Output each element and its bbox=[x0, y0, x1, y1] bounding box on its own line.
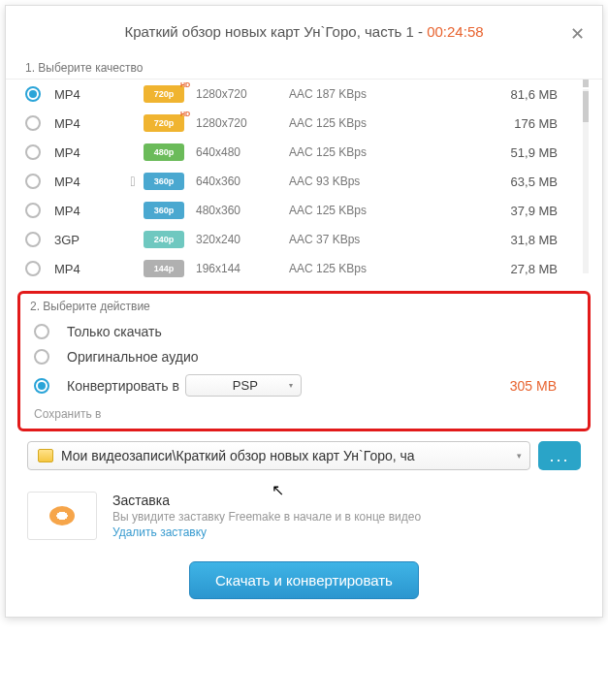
duration-text: 00:24:58 bbox=[427, 23, 483, 40]
label-download-only: Только скачать bbox=[67, 324, 162, 339]
radio-quality[interactable] bbox=[25, 232, 41, 247]
size-label: 81,6 MB bbox=[396, 87, 577, 102]
resolution-badge: 360p bbox=[144, 202, 184, 219]
resolution-label: 480x360 bbox=[196, 204, 289, 217]
quality-row[interactable]: MP4720p1280x720AAC 187 KBps81,6 MB bbox=[6, 80, 602, 109]
action-convert[interactable]: Конвертировать в PSP ▾ 305 MB bbox=[30, 369, 578, 401]
audio-label: AAC 125 KBps bbox=[289, 262, 396, 275]
radio-quality[interactable] bbox=[25, 261, 41, 276]
save-path-row: Мои видеозаписи\Краткий обзор новых карт… bbox=[6, 435, 602, 480]
download-dialog: Краткий обзор новых карт Ун`Горо, часть … bbox=[5, 5, 603, 618]
radio-download-only[interactable] bbox=[34, 324, 49, 339]
quality-section-label: 1. Выберите качество bbox=[6, 55, 602, 80]
outro-title: Заставка bbox=[112, 493, 421, 508]
quality-row[interactable]: MP4720p1280x720AAC 125 KBps176 MB bbox=[6, 109, 602, 138]
save-in-label: Сохранить в bbox=[34, 407, 574, 421]
action-original-audio[interactable]: Оригинальное аудио bbox=[30, 344, 578, 369]
title-text: Краткий обзор новых карт Ун`Горо, часть … bbox=[124, 23, 427, 40]
scroll-up-icon[interactable] bbox=[583, 80, 589, 87]
radio-quality[interactable] bbox=[25, 86, 41, 102]
save-path-value: Мои видеозаписи\Краткий обзор новых карт… bbox=[61, 448, 415, 463]
dialog-title: Краткий обзор новых карт Ун`Горо, часть … bbox=[124, 23, 483, 40]
scrollbar[interactable] bbox=[583, 80, 589, 283]
format-label: MP4 bbox=[54, 145, 122, 160]
resolution-label: 640x480 bbox=[196, 145, 289, 159]
browse-button[interactable]: ... bbox=[538, 441, 581, 470]
resolution-badge: 240p bbox=[144, 231, 184, 248]
resolution-badge: 720p bbox=[144, 114, 184, 132]
save-path-select[interactable]: Мои видеозаписи\Краткий обзор новых карт… bbox=[27, 441, 530, 470]
dialog-header: Краткий обзор новых карт Ун`Горо, часть … bbox=[6, 6, 602, 55]
radio-quality[interactable] bbox=[25, 144, 41, 160]
format-label: 3GP bbox=[54, 233, 122, 247]
radio-convert[interactable] bbox=[34, 378, 49, 394]
resolution-label: 196x144 bbox=[196, 262, 289, 275]
radio-quality[interactable] bbox=[25, 174, 41, 189]
resolution-label: 640x360 bbox=[196, 175, 289, 188]
outro-remove-link[interactable]: Удалить заставку bbox=[112, 525, 421, 539]
format-label: MP4 bbox=[54, 87, 122, 102]
audio-label: AAC 125 KBps bbox=[289, 116, 396, 130]
audio-label: AAC 125 KBps bbox=[289, 145, 396, 159]
size-label: 37,9 MB bbox=[396, 204, 577, 218]
size-label: 27,8 MB bbox=[396, 262, 577, 276]
folder-icon bbox=[38, 449, 53, 462]
resolution-badge: 360p bbox=[144, 173, 184, 190]
download-convert-button[interactable]: Скачать и конвертировать bbox=[189, 561, 419, 599]
action-section: 2. Выберите действие Только скачать Ориг… bbox=[17, 291, 591, 431]
audio-label: AAC 37 KBps bbox=[289, 233, 396, 246]
outro-desc: Вы увидите заставку Freemake в начале и … bbox=[112, 510, 421, 524]
quality-row[interactable]: MP4360p480x360AAC 125 KBps37,9 MB bbox=[6, 196, 602, 225]
close-button[interactable]: ✕ bbox=[570, 23, 585, 45]
size-label: 176 MB bbox=[396, 116, 577, 131]
apple-icon:  bbox=[130, 174, 135, 189]
resolution-label: 1280x720 bbox=[196, 116, 289, 130]
quality-row[interactable]: 3GP240p320x240AAC 37 KBps31,8 MB bbox=[6, 225, 602, 254]
quality-row[interactable]: MP4480p640x480AAC 125 KBps51,9 MB bbox=[6, 138, 602, 167]
resolution-badge: 480p bbox=[144, 143, 184, 161]
quality-list: MP4720p1280x720AAC 187 KBps81,6 MBMP4720… bbox=[6, 80, 602, 283]
audio-label: AAC 187 KBps bbox=[289, 87, 396, 101]
resolution-badge: 720p bbox=[144, 85, 184, 103]
chevron-down-icon: ▾ bbox=[289, 381, 293, 390]
audio-label: AAC 125 KBps bbox=[289, 204, 396, 217]
label-convert: Конвертировать в bbox=[67, 378, 179, 394]
format-label: MP4 bbox=[54, 175, 122, 189]
size-label: 51,9 MB bbox=[396, 145, 577, 160]
size-label: 31,8 MB bbox=[396, 233, 577, 247]
size-label: 63,5 MB bbox=[396, 175, 577, 189]
chevron-down-icon: ▾ bbox=[517, 451, 522, 461]
radio-quality[interactable] bbox=[25, 115, 41, 131]
apple-slot:  bbox=[122, 174, 144, 189]
freemake-logo-icon bbox=[49, 506, 75, 525]
outro-thumbnail bbox=[27, 492, 97, 540]
resolution-label: 320x240 bbox=[196, 233, 289, 246]
radio-quality[interactable] bbox=[25, 203, 41, 218]
action-download-only[interactable]: Только скачать bbox=[30, 319, 578, 344]
scroll-track[interactable] bbox=[583, 89, 589, 273]
label-original-audio: Оригинальное аудио bbox=[67, 349, 199, 365]
convert-target-select[interactable]: PSP ▾ bbox=[185, 374, 302, 397]
outro-section: Заставка Вы увидите заставку Freemake в … bbox=[6, 480, 602, 552]
dialog-footer: Скачать и конвертировать bbox=[6, 552, 602, 617]
convert-target-value: PSP bbox=[233, 378, 258, 393]
radio-original-audio[interactable] bbox=[34, 349, 49, 365]
resolution-label: 1280x720 bbox=[196, 87, 289, 101]
convert-size: 305 MB bbox=[510, 378, 574, 394]
scroll-thumb[interactable] bbox=[583, 91, 589, 122]
quality-row[interactable]: MP4360p640x360AAC 93 KBps63,5 MB bbox=[6, 167, 602, 196]
resolution-badge: 144p bbox=[144, 260, 184, 277]
format-label: MP4 bbox=[54, 204, 122, 218]
quality-row[interactable]: MP4144p196x144AAC 125 KBps27,8 MB bbox=[6, 254, 602, 283]
format-label: MP4 bbox=[54, 116, 122, 131]
audio-label: AAC 93 KBps bbox=[289, 175, 396, 188]
format-label: MP4 bbox=[54, 262, 122, 276]
action-section-label: 2. Выберите действие bbox=[30, 300, 578, 313]
